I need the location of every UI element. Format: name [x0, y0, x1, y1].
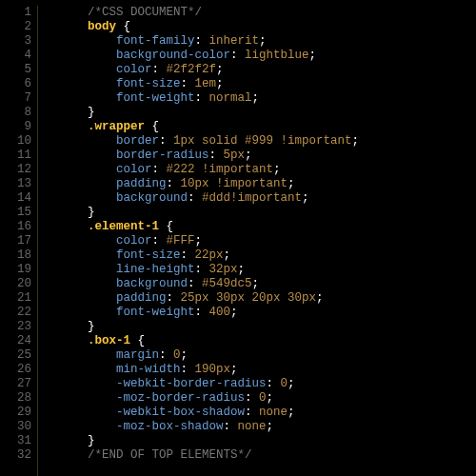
semicolon: ; [181, 348, 188, 362]
line-number: 18 [0, 248, 31, 263]
css-property: -webkit-box-shadow [116, 406, 245, 419]
semicolon: ; [252, 277, 260, 290]
code-line: } [59, 320, 359, 334]
line-number: 27 [0, 377, 31, 391]
code-editor: 1234567891011121314151617181920212223242… [0, 0, 476, 476]
css-comment: /*END OF TOP ELEMENTS*/ [88, 448, 252, 462]
code-line: line-height: 32px; [59, 263, 359, 277]
semicolon: ; [316, 291, 324, 305]
semicolon: ; [245, 149, 252, 162]
line-number: 12 [0, 163, 31, 177]
colon: : [245, 406, 259, 419]
code-line: } [59, 434, 359, 448]
css-property: margin [116, 348, 159, 362]
code-line: .box-1 { [59, 334, 359, 348]
code-line: -webkit-box-shadow: none; [59, 406, 359, 420]
css-property: border [116, 134, 159, 148]
css-value: #2f2f2f [167, 63, 217, 76]
line-number: 22 [0, 306, 31, 320]
css-value: #ddd!important [202, 191, 302, 205]
semicolon: ; [309, 49, 317, 62]
semicolon: ; [267, 420, 274, 433]
line-number: 19 [0, 263, 31, 277]
css-property: background [116, 191, 188, 205]
colon: : [209, 149, 224, 162]
line-number: 17 [0, 234, 31, 248]
semicolon: ; [195, 234, 203, 248]
code-line: /*CSS DOCUMENT*/ [59, 6, 359, 20]
code-line: margin: 0; [59, 348, 359, 363]
line-number: 11 [0, 149, 31, 163]
css-property: color [116, 63, 152, 76]
css-value: 400 [209, 306, 231, 319]
css-property: padding [116, 291, 167, 305]
colon: : [230, 49, 245, 62]
code-line: font-weight: 400; [59, 306, 359, 320]
css-value: 22px [195, 248, 224, 262]
colon: : [152, 63, 167, 76]
css-property: font-weight [116, 306, 195, 319]
line-number: 8 [0, 106, 31, 120]
code-line: padding: 10px !important; [59, 177, 359, 191]
colon: : [195, 263, 209, 276]
line-number: 23 [0, 320, 31, 334]
code-line: border-radius: 5px; [59, 149, 359, 163]
line-number: 5 [0, 63, 31, 77]
semicolon: ; [288, 406, 295, 419]
semicolon: ; [252, 91, 260, 105]
colon: : [152, 163, 167, 176]
css-comment: /*CSS DOCUMENT*/ [88, 6, 202, 19]
code-line: font-family: inherit; [59, 34, 359, 49]
open-brace: { [138, 334, 146, 347]
colon: : [245, 391, 259, 405]
colon: : [152, 234, 167, 248]
css-property: background-color [116, 49, 230, 62]
semicolon: ; [352, 134, 360, 148]
code-area[interactable]: /*CSS DOCUMENT*/body {font-family: inher… [38, 6, 359, 476]
code-line: background: #ddd!important; [59, 191, 359, 206]
css-selector: .wrapper [88, 120, 145, 133]
colon: : [181, 248, 195, 262]
css-value: 0 [173, 348, 181, 362]
code-line: background: #549dc5; [59, 277, 359, 291]
code-line: color: #FFF; [59, 234, 359, 248]
semicolon: ; [224, 248, 231, 262]
semicolon: ; [302, 191, 309, 205]
css-property: font-weight [116, 91, 195, 105]
line-number: 28 [0, 391, 31, 406]
semicolon: ; [230, 306, 238, 319]
code-line: font-size: 1em; [59, 77, 359, 91]
code-line: -webkit-border-radius: 0; [59, 377, 359, 391]
css-value: 5px [224, 149, 246, 162]
css-value: #FFF [167, 234, 195, 248]
css-property: background [116, 277, 188, 290]
css-value: 10px !important [181, 177, 288, 190]
code-line: /*END OF TOP ELEMENTS*/ [59, 448, 359, 463]
line-number: 14 [0, 191, 31, 206]
line-number: 15 [0, 206, 31, 220]
line-number: 4 [0, 49, 31, 63]
css-property: font-size [116, 77, 181, 90]
line-number: 13 [0, 177, 31, 191]
line-number: 2 [0, 20, 31, 34]
code-line: font-size: 22px; [59, 248, 359, 263]
css-value: 1em [195, 77, 217, 90]
semicolon: ; [273, 163, 281, 176]
semicolon: ; [259, 34, 267, 48]
line-number: 21 [0, 291, 31, 306]
open-brace: { [167, 220, 174, 233]
semicolon: ; [230, 363, 238, 376]
semicolon: ; [267, 391, 274, 405]
line-number: 6 [0, 77, 31, 91]
code-line: } [59, 206, 359, 220]
css-value: none [259, 406, 288, 419]
code-line: color: #2f2f2f; [59, 63, 359, 77]
line-number: 3 [0, 34, 31, 49]
css-value: normal [209, 91, 252, 105]
line-number: 24 [0, 334, 31, 348]
colon: : [188, 191, 202, 205]
line-number: 30 [0, 420, 31, 434]
close-brace: } [88, 206, 95, 219]
line-number: 31 [0, 434, 31, 448]
line-number: 10 [0, 134, 31, 149]
